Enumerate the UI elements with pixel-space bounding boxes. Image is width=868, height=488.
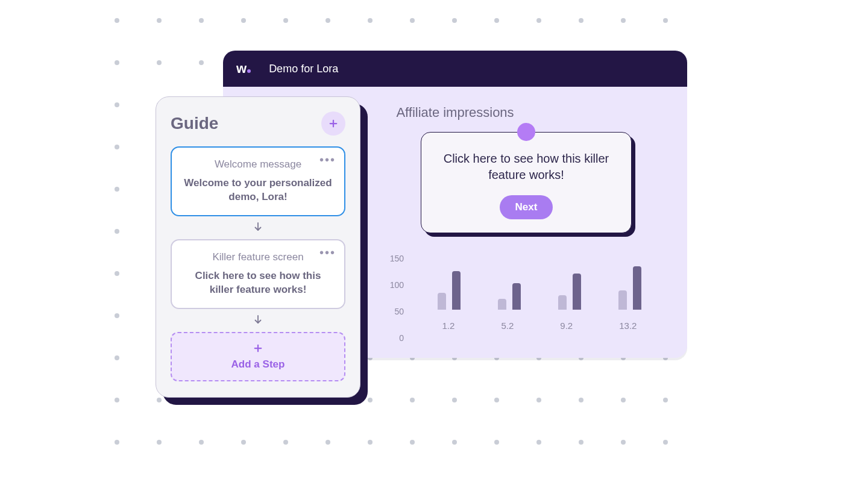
logo-dot [247,69,251,73]
step-label: Welcome message [183,158,333,170]
step-card-welcome[interactable]: ••• Welcome message Welcome to your pers… [171,146,345,216]
add-step-label: Add a Step [181,358,335,371]
step-card-feature[interactable]: ••• Killer feature screen Click here to … [171,239,345,309]
app-logo: w [236,61,251,77]
more-icon[interactable]: ••• [319,154,336,166]
guide-panel: Guide ••• Welcome message Welcome to you… [156,96,360,398]
add-button[interactable] [321,111,345,136]
y-tick: 150 [386,254,404,263]
dashboard-title: Demo for Lora [269,63,338,75]
plus-icon [181,343,335,356]
bar [452,271,461,310]
bar [618,290,627,310]
plus-icon [328,118,339,129]
chart-bars [419,237,660,310]
x-tick: 5.2 [501,321,514,331]
callout-text: Click here to see how this killer featur… [439,151,613,183]
bar-group [498,283,521,310]
bar [633,266,641,310]
guide-title: Guide [171,114,218,133]
callout-pointer-icon [517,123,535,141]
y-tick: 0 [386,333,404,343]
bar [438,293,446,310]
bar [558,295,567,310]
step-body: Welcome to your personalized demo, Lora! [183,177,333,204]
chart-x-axis: 1.25.29.213.2 [419,321,660,331]
guide-header: Guide [171,111,345,136]
add-step-button[interactable]: Add a Step [171,332,345,381]
feature-callout: Click here to see how this killer featur… [421,132,632,233]
chart-y-axis: 150 100 50 0 [386,234,410,343]
bar [573,274,581,310]
more-icon[interactable]: ••• [319,246,336,258]
y-tick: 50 [386,307,404,316]
x-tick: 9.2 [560,321,573,331]
step-label: Killer feature screen [183,251,333,263]
bar [498,299,506,310]
bar-group [618,266,641,310]
dashboard-header: w Demo for Lora [223,51,687,87]
next-button[interactable]: Next [500,195,553,219]
bar [512,283,521,310]
logo-mark: w [236,61,246,77]
step-body: Click here to see how this killer featur… [183,269,333,297]
arrow-down-icon [171,216,345,239]
arrow-down-icon [171,309,345,332]
bar-group [438,271,461,310]
bar-group [558,274,581,310]
x-tick: 1.2 [442,321,455,331]
chart-area: Click here to see how this killer featur… [386,132,663,337]
y-tick: 100 [386,280,404,290]
x-tick: 13.2 [619,321,637,331]
